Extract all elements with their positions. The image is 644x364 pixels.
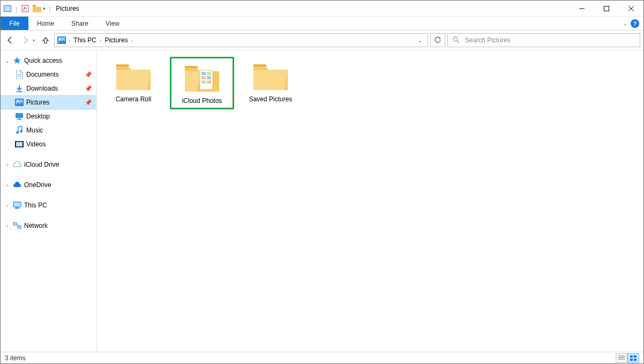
- svg-rect-33: [13, 222, 17, 225]
- videos-icon: [14, 139, 24, 149]
- sidebar-item-label: Pictures: [26, 99, 49, 106]
- tab-home[interactable]: Home: [28, 17, 63, 30]
- thispc-icon: [12, 200, 22, 210]
- chevron-right-icon[interactable]: ›: [100, 38, 101, 43]
- document-icon: [14, 70, 24, 79]
- body: ⌄ Quick access Documents 📌 Downloads: [1, 50, 643, 352]
- quick-access-toolbar: | ▾ | Pictures: [1, 4, 79, 13]
- folder-icon: [115, 61, 152, 91]
- sidebar-item-this-pc[interactable]: › This PC: [1, 198, 96, 212]
- svg-rect-32: [14, 209, 20, 209]
- navigation-pane[interactable]: ⌄ Quick access Documents 📌 Downloads: [1, 50, 97, 352]
- svg-rect-5: [604, 6, 609, 11]
- svg-point-11: [453, 37, 458, 41]
- svg-rect-38: [207, 72, 211, 75]
- search-input[interactable]: [464, 36, 635, 44]
- cloud-icon: [12, 160, 22, 169]
- maximize-button[interactable]: [594, 1, 619, 16]
- folder-saved-pictures[interactable]: Saved Pictures: [238, 57, 303, 109]
- svg-line-12: [457, 41, 459, 43]
- svg-rect-27: [15, 141, 16, 147]
- sidebar-item-onedrive[interactable]: › OneDrive: [1, 178, 96, 192]
- chevron-right-icon[interactable]: ›: [4, 182, 10, 188]
- chevron-right-icon[interactable]: ›: [131, 38, 133, 43]
- tab-view[interactable]: View: [97, 17, 128, 30]
- sidebar-item-label: Quick access: [24, 57, 62, 64]
- folder-icloud-photos[interactable]: iCloud Photos: [170, 57, 234, 109]
- sidebar-item-quick-access[interactable]: ⌄ Quick access: [1, 54, 96, 68]
- refresh-button[interactable]: [430, 33, 445, 47]
- sidebar-item-music[interactable]: Music: [1, 123, 96, 137]
- forward-button[interactable]: [19, 34, 32, 47]
- back-button[interactable]: [4, 34, 17, 47]
- sidebar-item-icloud-drive[interactable]: › iCloud Drive: [1, 158, 96, 172]
- ribbon-expand-icon[interactable]: ⌄: [623, 20, 627, 27]
- pin-icon: 📌: [85, 71, 92, 78]
- content-pane[interactable]: Camera Roll: [97, 50, 643, 352]
- sidebar-item-videos[interactable]: Videos: [1, 137, 96, 151]
- explorer-app-icon: [3, 4, 12, 13]
- sidebar-item-documents[interactable]: Documents 📌: [1, 68, 96, 81]
- view-toggles: [616, 353, 639, 363]
- qat-dropdown[interactable]: ▾: [43, 6, 46, 11]
- navigation-bar: ▾ › This PC › Pictures › ⌄: [1, 31, 643, 50]
- svg-rect-2: [22, 5, 28, 12]
- breadcrumb-item[interactable]: This PC: [72, 36, 98, 44]
- sidebar-item-label: This PC: [24, 202, 47, 209]
- minimize-button[interactable]: [570, 1, 594, 16]
- svg-rect-28: [23, 141, 24, 147]
- file-explorer-window: | ▾ | Pictures File Home Share: [0, 0, 644, 364]
- folder-camera-roll[interactable]: Camera Roll: [101, 57, 166, 109]
- pictures-icon: [14, 98, 24, 107]
- window-controls: [570, 1, 643, 16]
- folder-icon[interactable]: [32, 4, 42, 13]
- search-icon: [452, 36, 460, 45]
- svg-point-23: [20, 130, 23, 133]
- sidebar-item-desktop[interactable]: Desktop: [1, 109, 96, 123]
- chevron-right-icon[interactable]: ›: [69, 38, 70, 43]
- pin-icon: 📌: [85, 85, 92, 92]
- pictures-icon: [57, 35, 66, 45]
- details-view-button[interactable]: [616, 353, 627, 363]
- svg-rect-47: [634, 355, 636, 358]
- sidebar-item-label: iCloud Drive: [24, 161, 59, 168]
- sidebar-item-label: Network: [24, 222, 48, 229]
- star-icon: [12, 56, 22, 65]
- chevron-right-icon[interactable]: ›: [4, 203, 10, 209]
- tab-file[interactable]: File: [1, 17, 28, 30]
- close-button[interactable]: [619, 1, 643, 16]
- up-button[interactable]: [39, 34, 52, 47]
- sidebar-item-network[interactable]: › Network: [1, 219, 96, 233]
- address-dropdown[interactable]: ⌄: [415, 38, 425, 43]
- svg-rect-1: [4, 6, 11, 11]
- svg-rect-46: [630, 355, 633, 358]
- address-bar[interactable]: › This PC › Pictures › ⌄: [54, 33, 428, 47]
- sidebar-item-label: Documents: [26, 71, 59, 78]
- svg-rect-48: [630, 359, 633, 361]
- chevron-right-icon[interactable]: ›: [4, 223, 10, 229]
- thumbnails-view-button[interactable]: [627, 353, 639, 363]
- separator: |: [16, 5, 17, 12]
- help-icon[interactable]: ?: [631, 19, 639, 28]
- svg-rect-42: [207, 80, 211, 84]
- svg-rect-3: [33, 5, 36, 6]
- svg-point-10: [59, 39, 61, 40]
- svg-rect-26: [16, 142, 23, 146]
- breadcrumb-item[interactable]: Pictures: [103, 36, 129, 44]
- chevron-down-icon[interactable]: ⌄: [4, 58, 10, 64]
- properties-icon[interactable]: [20, 4, 30, 13]
- ribbon: File Home Share View ⌄ ?: [1, 17, 643, 31]
- item-count: 3 items: [5, 354, 26, 362]
- sidebar-item-pictures[interactable]: Pictures 📌: [1, 95, 96, 109]
- tab-share[interactable]: Share: [63, 17, 97, 30]
- folder-icon: [252, 61, 289, 91]
- chevron-right-icon[interactable]: ›: [4, 162, 10, 168]
- sidebar-item-downloads[interactable]: Downloads 📌: [1, 81, 96, 95]
- network-icon: [12, 221, 22, 231]
- svg-rect-49: [634, 359, 636, 361]
- sidebar-item-label: Desktop: [26, 113, 50, 120]
- folder-label: Camera Roll: [116, 95, 152, 103]
- recent-locations-dropdown[interactable]: ▾: [33, 38, 35, 43]
- svg-rect-40: [207, 76, 211, 79]
- search-box[interactable]: [447, 33, 640, 47]
